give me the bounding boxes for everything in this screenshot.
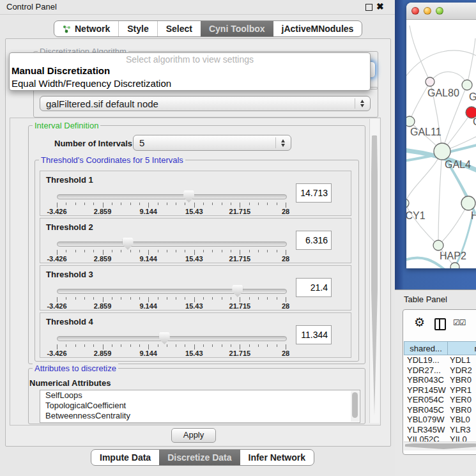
table-row[interactable]: YLR345WYLR3 [404, 425, 476, 435]
tick-label: -3.426 [47, 208, 66, 215]
threshold-slider[interactable]: -3.4262.8599.14415.4321.71528 [57, 284, 287, 309]
column-header[interactable]: na [448, 341, 476, 355]
network-node[interactable] [406, 116, 415, 127]
gear-icon[interactable]: ⚙ [414, 316, 425, 328]
list-scrollbar[interactable] [351, 391, 359, 422]
attribute-item[interactable]: TopologicalCoefficient [40, 401, 360, 411]
table-row[interactable]: YDL19...YDL1 [404, 355, 476, 365]
tab-style[interactable]: Style [118, 21, 157, 36]
threshold-value-field[interactable] [296, 278, 332, 297]
thresholds-group-title: Threshold's Coordinates for 5 Intervals [39, 155, 185, 165]
network-edge[interactable] [438, 203, 468, 245]
traffic-light-close-icon[interactable] [411, 7, 419, 15]
attribute-item[interactable]: BetweennessCentrality [40, 411, 360, 421]
slider-thumb[interactable] [123, 238, 134, 250]
threshold-slider[interactable]: -3.4262.8599.14415.4321.71528 [57, 331, 287, 357]
network-edge[interactable] [406, 203, 438, 245]
tick-label: 21.715 [229, 208, 251, 215]
table-row[interactable]: YBR043CYBR0 [404, 375, 476, 385]
network-node[interactable] [406, 199, 409, 208]
node-label: GCY1 [406, 210, 426, 221]
node-label: H [471, 210, 476, 221]
network-edge[interactable] [467, 38, 475, 85]
network-node[interactable] [450, 263, 459, 268]
network-edge[interactable] [430, 72, 467, 85]
attributes-list[interactable]: SelfLoopsTopologicalCoefficientBetweenne… [40, 390, 360, 423]
network-node[interactable] [433, 240, 443, 250]
threshold-label: Threshold 2 [46, 222, 93, 232]
threshold-slider[interactable]: -3.4262.8599.14415.4321.71528 [57, 236, 287, 262]
network-node[interactable] [462, 80, 472, 90]
tab-network[interactable]: Network [54, 21, 118, 36]
slider-track[interactable] [57, 194, 287, 199]
table-cell: YBR045C [404, 405, 448, 415]
traffic-light-minimize-icon[interactable] [424, 7, 431, 15]
tab-label: Select [166, 24, 192, 34]
tick-label: -3.426 [47, 255, 66, 263]
tab-discretize-data[interactable]: Discretize Data [159, 450, 240, 465]
tick-label: 2.859 [94, 208, 112, 215]
scrollbar-thumb[interactable] [371, 135, 378, 415]
tick-label: 2.859 [94, 255, 112, 263]
slider-track[interactable] [57, 289, 287, 294]
slider-thumb[interactable] [159, 332, 170, 344]
threshold-label: Threshold 4 [46, 317, 93, 326]
tick-label: 2.859 [94, 302, 112, 310]
horizontal-scrollbar[interactable] [404, 441, 476, 450]
network-canvas[interactable]: GAL80GACGAL11GAL4GCY1HHAP2 [406, 19, 476, 268]
table-cell: YDL19... [404, 355, 448, 365]
close-icon[interactable]: ✖ [376, 1, 384, 12]
vertical-scrollbar[interactable] [369, 119, 380, 423]
slider-track[interactable] [57, 336, 287, 341]
tab-impute-data[interactable]: Impute Data [91, 450, 159, 465]
table-toolbar: ⚙ ☑☑ [403, 310, 476, 341]
float-icon[interactable] [365, 4, 372, 11]
column-header[interactable]: shared... [404, 341, 448, 355]
threshold-value-field[interactable] [296, 231, 332, 250]
tab-label: Cyni Toolbox [209, 24, 265, 34]
table-row[interactable]: YBR045CYBR0 [404, 405, 476, 415]
slider-thumb[interactable] [232, 285, 243, 297]
apply-button[interactable]: Apply [171, 428, 216, 443]
threshold-slider[interactable]: -3.4262.8599.14415.4321.71528 [57, 189, 287, 215]
table-data-combobox[interactable]: galFiltered.sif default node [40, 96, 371, 111]
table-row[interactable]: YPR145WYPR1 [404, 385, 476, 395]
network-node[interactable] [434, 143, 450, 160]
table-row[interactable]: YDR27...YDR2 [404, 365, 476, 376]
tab-jactivemnodules[interactable]: jActiveMNodules [273, 21, 362, 36]
table-cell: YDR27... [404, 365, 448, 376]
popup-option[interactable]: Equal Width/Frequency Discretization [10, 77, 370, 90]
top-tab-bar: NetworkStyleSelectCyni ToolboxjActiveMNo… [54, 20, 362, 37]
popup-option[interactable]: Manual Discretization [10, 65, 370, 77]
table-cell: YLR345W [404, 425, 448, 435]
threshold-value-field[interactable] [296, 325, 332, 344]
network-edge[interactable] [406, 257, 445, 268]
split-columns-icon[interactable] [434, 318, 446, 330]
traffic-light-zoom-icon[interactable] [436, 7, 443, 15]
tab-infer-network[interactable]: Infer Network [240, 450, 314, 465]
tab-select[interactable]: Select [157, 21, 201, 36]
network-edge[interactable] [406, 50, 476, 80]
stepper-icon [275, 137, 285, 148]
scrollbar-thumb[interactable] [405, 443, 476, 449]
tick-label: 9.144 [139, 255, 157, 263]
network-edge[interactable] [438, 151, 442, 245]
tick-label: 15.43 [185, 255, 203, 263]
table-row[interactable]: YER054CYER0 [404, 395, 476, 405]
tick-label: 21.715 [229, 302, 251, 310]
slider-thumb[interactable] [183, 190, 194, 203]
network-node[interactable] [461, 196, 475, 210]
slider-track[interactable] [57, 242, 287, 247]
number-of-intervals-combobox[interactable]: 5 [133, 135, 291, 151]
table-row[interactable]: YBL079WYBL0 [404, 415, 476, 425]
tab-cyni-toolbox[interactable]: Cyni Toolbox [201, 21, 273, 36]
tick-label: 28 [282, 302, 289, 310]
bottom-tab-bar: Impute DataDiscretize DataInfer Network [91, 449, 314, 466]
checkbox-columns-icon[interactable]: ☑☑ [453, 318, 466, 327]
attribute-item[interactable]: SelfLoops [40, 390, 360, 401]
threshold-value-field[interactable] [296, 183, 332, 203]
network-node[interactable] [426, 77, 434, 86]
network-window-titlebar[interactable] [406, 3, 476, 20]
network-edge[interactable] [410, 26, 430, 82]
tick-label: 28 [282, 255, 289, 263]
